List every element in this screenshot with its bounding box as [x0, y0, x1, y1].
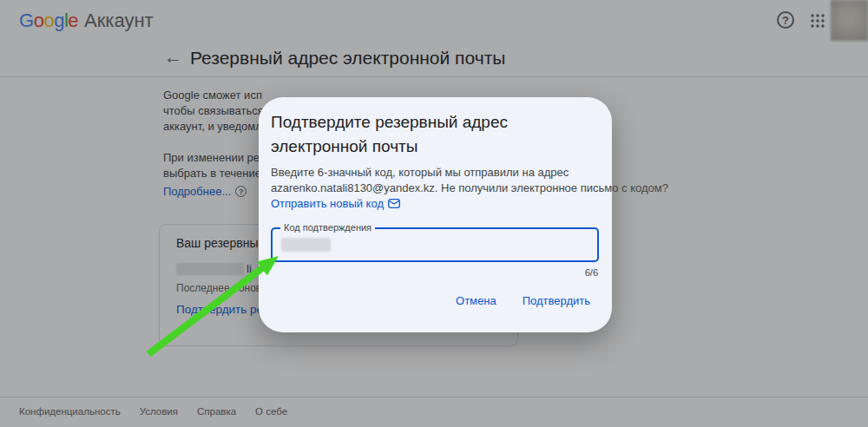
char-counter: 6/6: [585, 267, 598, 278]
confirmation-code-label: Код подтверждения: [280, 222, 375, 233]
google-account-page: Google Аккаунт ? ← Резервный адрес элект…: [0, 0, 868, 427]
mail-icon: [388, 199, 400, 208]
dialog-body-line: azarenko.natali8130@yandex.kz. Не получи…: [271, 181, 608, 196]
confirmation-code-input[interactable]: Код подтверждения: [271, 227, 599, 262]
resend-code-link[interactable]: Отправить новый код: [271, 197, 384, 210]
confirm-backup-email-dialog: Подтвердите резервный адрес электронной …: [259, 97, 612, 332]
dialog-title: Подтвердите резервный адрес электронной …: [271, 110, 606, 159]
cancel-button[interactable]: Отмена: [456, 294, 496, 307]
dialog-body-line: Введите 6-значный код, который мы отправ…: [271, 165, 608, 181]
resend-row: Отправить новый код: [271, 197, 400, 210]
dialog-buttons: Отмена Подтвердить: [456, 294, 590, 307]
confirmation-code-redacted: [281, 238, 331, 252]
confirm-button[interactable]: Подтвердить: [523, 294, 590, 307]
dialog-body: Введите 6-значный код, который мы отправ…: [271, 165, 608, 196]
